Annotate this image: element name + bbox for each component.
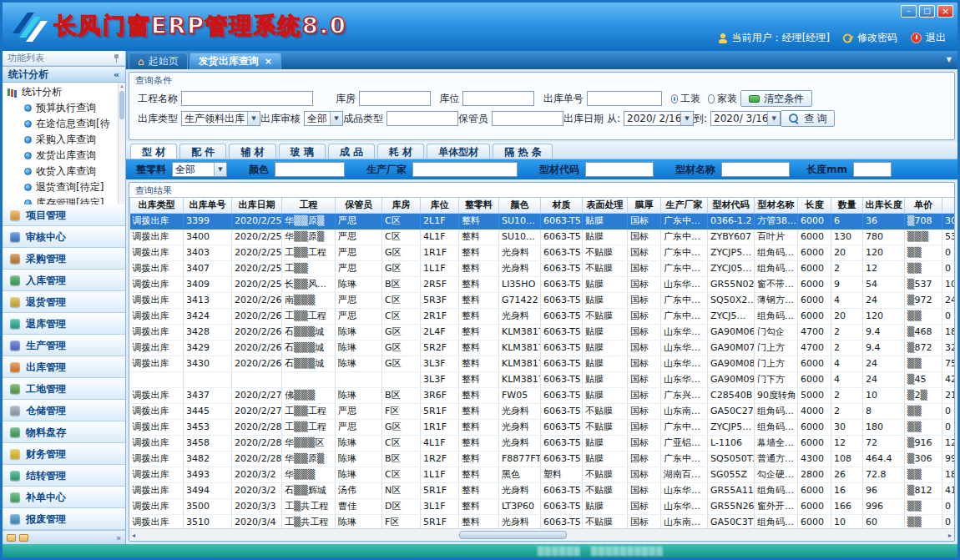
table-row[interactable]: 调拨出库34532020/2/28工▒▒工程严思G区1R1F整料光身料6063-… (130, 419, 955, 435)
sidebar-item[interactable]: 审核中心 (3, 226, 125, 248)
location-input[interactable] (462, 91, 534, 106)
pin-icon[interactable] (112, 54, 120, 63)
table-row[interactable]: 调拨出库34282020/2/26石▒▒▒城陈琳G区2L4F整料KLM38176… (130, 324, 955, 340)
table-row[interactable]: 调拨出库34072020/2/25工▒▒严思G区1L1F整料光身料6063-T5… (130, 260, 955, 276)
search-button[interactable]: 查 询 (781, 110, 835, 127)
sidebar-item[interactable]: 出库管理 (3, 356, 125, 378)
table-row[interactable]: 调拨出库34092020/2/25长▒▒风…陈琳B区2R5F整料LI35HO60… (130, 276, 955, 292)
close-button[interactable]: × (937, 5, 953, 18)
tab-shipping-outbound-query[interactable]: 发货出库查询 × (189, 53, 281, 69)
tree-item[interactable]: 发货出库查询 (24, 148, 125, 164)
tree-item[interactable]: 在途信息查询[待 (24, 116, 125, 132)
sidebar-item[interactable]: 采购管理 (3, 248, 125, 270)
sidebar-item[interactable]: 物料盘存 (3, 421, 125, 443)
profile-code-input[interactable] (585, 162, 654, 177)
table-row[interactable]: 调拨出库35102020/3/4工▒共工程陈琳F区5R1F整料光身料6063-T… (130, 514, 955, 528)
column-header[interactable]: 型材代码 (708, 198, 755, 213)
table-row[interactable]: 调拨出库35002020/3/3工▒共工程曹佳D区3L1F整料LT3P60606… (130, 498, 955, 514)
column-header[interactable]: 出库日期 (232, 198, 282, 213)
logout-button[interactable]: 退出 (911, 31, 946, 45)
table-row[interactable]: 调拨出库34932020/3/2华▒▒▒陈琳C区1L1F整料黑色塑料不贴膜国标湖… (130, 467, 955, 482)
outbound-type-select[interactable]: 生产领料出库 ▼ (181, 111, 260, 126)
keeper-input[interactable] (492, 111, 563, 126)
sidebar-item[interactable]: 补单中心 (3, 487, 125, 508)
tree-root[interactable]: 统计分析 (8, 84, 125, 100)
sidebar-item[interactable]: 财务管理 (3, 443, 125, 465)
table-row[interactable]: 调拨出库34942020/3/2石▒▒辉城汤伟N区5R1F整料光身料6063-T… (130, 482, 955, 498)
material-tab[interactable]: 辅 材 (229, 144, 275, 159)
manufacturer-input[interactable] (412, 162, 518, 177)
column-header[interactable]: 数量 (831, 198, 863, 213)
table-row[interactable]: 调拨出库34452020/2/27工▒▒工程严思F区5R1F整料光身料6063-… (130, 403, 955, 419)
tree-scrollbar[interactable]: ▴ (118, 83, 125, 204)
table-row[interactable]: 调拨出库34292020/2/26石▒▒▒城陈琳G区5R2F整料KLM38176… (130, 340, 955, 356)
sidebar-item[interactable]: 退货管理 (3, 291, 125, 313)
minimize-button[interactable]: – (901, 5, 917, 18)
scroll-right-icon[interactable]: ▸ (948, 532, 952, 539)
table-row[interactable]: 3L3F整料KLM38176063-T5贴膜国标山东华…GA90M09…门下方6… (130, 371, 955, 387)
material-tab[interactable]: 隔 热 条 (493, 144, 553, 159)
tab-list-caret-icon[interactable]: ▼ (947, 56, 952, 63)
column-header[interactable]: 型材名称 (755, 198, 798, 213)
table-row[interactable]: 调拨出库34302020/2/26石▒▒▒城陈琳G区3L3F整料KLM38176… (130, 356, 955, 371)
collapse-icon[interactable]: « (114, 69, 119, 80)
project-name-input[interactable] (181, 91, 313, 106)
audit-select[interactable]: 全部 ▼ (304, 111, 343, 126)
date-from-picker[interactable]: 2020/ 2/16 ▼ (624, 111, 694, 126)
column-header[interactable]: 出库长度 (863, 198, 905, 213)
scrollbar-thumb[interactable] (459, 531, 566, 539)
radio-jiazhuang[interactable] (708, 94, 715, 103)
sidebar-item[interactable]: 仓储管理 (3, 400, 125, 421)
column-header[interactable]: 膜厚 (628, 198, 661, 213)
clear-conditions-button[interactable]: 清空条件 (740, 90, 812, 107)
table-row[interactable]: 调拨出库34372020/2/27佛▒▒▒陈琳B区3R6F整料FW056063-… (130, 387, 955, 403)
column-header[interactable]: 材质 (541, 198, 583, 213)
length-input[interactable] (853, 162, 892, 177)
material-tab[interactable]: 耗 材 (377, 144, 424, 159)
change-password-link[interactable]: 修改密码 (843, 31, 897, 45)
table-row[interactable]: 调拨出库34822020/2/28华▒▒原▒陈琳B区1R2F整料F8877FT6… (130, 451, 955, 467)
material-tab[interactable]: 配 件 (179, 144, 226, 159)
sidebar-item[interactable]: 入库管理 (3, 270, 125, 291)
column-header[interactable]: 工程 (282, 198, 336, 213)
column-header[interactable]: 库房 (382, 198, 421, 213)
table-row[interactable]: 调拨出库34032020/2/25工▒▒工程严思G区1R1F整料光身料6063-… (130, 245, 955, 260)
warehouse-input[interactable] (359, 91, 431, 106)
column-header[interactable]: 保管员 (336, 198, 382, 213)
table-row[interactable]: 调拨出库34582020/2/28华▒▒▒区陈琳C区4L1F整料光身料6063-… (130, 435, 955, 451)
sidebar-item[interactable]: 退库管理 (3, 313, 125, 335)
overflow-icon[interactable]: » (116, 533, 121, 542)
column-header[interactable]: 长度 (798, 198, 831, 213)
column-header[interactable]: 金额 (942, 198, 955, 213)
profile-name-input[interactable] (721, 162, 790, 177)
table-row[interactable]: 调拨出库34132020/2/26南▒▒▒严思C区5R3F整料G71422606… (130, 292, 955, 308)
table-row[interactable]: 调拨出库34242020/2/26工▒▒工程严思C区2R1F整料光身料6063-… (130, 308, 955, 324)
column-header[interactable]: 出库单号 (184, 198, 232, 213)
material-tab[interactable]: 型 材 (130, 144, 177, 159)
maximize-button[interactable]: □ (919, 5, 935, 18)
sidebar-item[interactable]: 生产管理 (3, 335, 125, 356)
column-header[interactable]: 颜色 (499, 198, 541, 213)
horizontal-scrollbar[interactable]: ◂ ▸ (129, 528, 954, 541)
table-row[interactable]: 调拨出库33992020/2/25华▒▒原▒严思C区2L1F整料SU10…606… (130, 213, 955, 229)
tree-scroll-thumb[interactable] (119, 91, 124, 119)
scroll-up-icon[interactable]: ▴ (120, 83, 123, 88)
tree-item[interactable]: 收货入库查询 (24, 164, 125, 179)
column-header[interactable]: 生产厂家 (661, 198, 708, 213)
tree-item[interactable]: 库存管理[待定] (24, 195, 125, 204)
tab-close-icon[interactable]: × (265, 57, 272, 66)
product-type-input[interactable] (387, 111, 458, 126)
color-input[interactable] (275, 162, 345, 177)
sidebar-item[interactable]: 报废管理 (3, 508, 125, 530)
date-to-picker[interactable]: 2020/ 3/16 ▼ (710, 111, 781, 126)
material-tab[interactable]: 玻 璃 (279, 144, 326, 159)
column-header[interactable]: 单价 (905, 198, 942, 213)
folder-icon[interactable] (19, 534, 28, 542)
radio-gongzhuang[interactable] (671, 94, 678, 103)
material-tab[interactable]: 单体型材 (427, 144, 490, 159)
material-tab[interactable]: 成 品 (328, 144, 375, 159)
tree-item[interactable]: 预算执行查询 (24, 100, 125, 116)
whole-material-select[interactable]: 全部 ▼ (172, 162, 227, 177)
column-header[interactable]: 表面处理 (583, 198, 628, 213)
results-grid[interactable]: 出库类型出库单号出库日期工程保管员库房库位整零料颜色材质表面处理膜厚生产厂家型材… (129, 197, 954, 528)
